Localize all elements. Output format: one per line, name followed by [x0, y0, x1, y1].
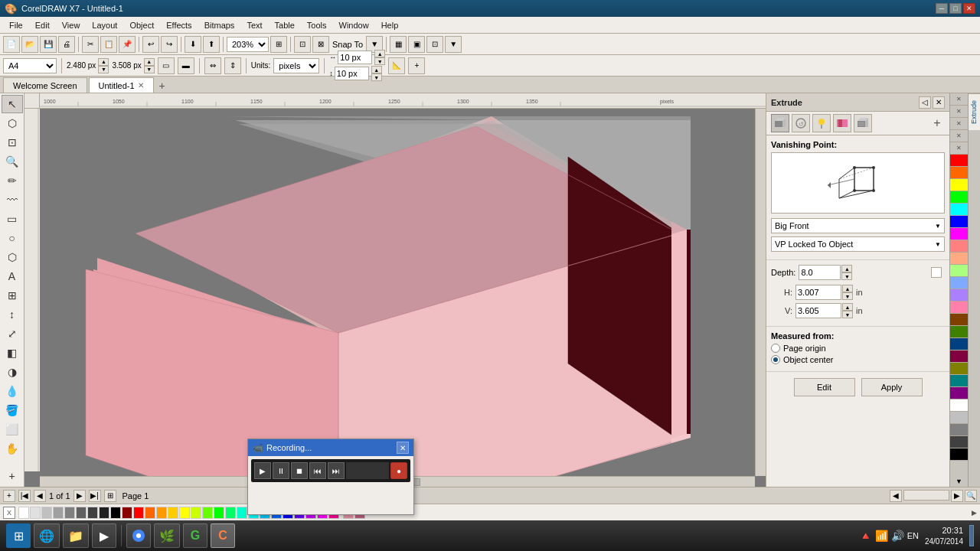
depth-up[interactable]: ▲ — [841, 265, 852, 272]
height-down[interactable]: ▼ — [144, 66, 155, 73]
color-cell-17[interactable] — [214, 507, 224, 519]
palette-black[interactable] — [950, 448, 968, 461]
drop-shadow-tool[interactable]: ◧ — [2, 344, 23, 362]
rec-timeline[interactable] — [346, 462, 389, 479]
view-btn3[interactable]: ⊡ — [426, 36, 443, 53]
color-cell-15[interactable] — [191, 507, 201, 519]
height-up[interactable]: ▲ — [144, 58, 155, 66]
palette-blue[interactable] — [950, 216, 968, 228]
page-nav-add[interactable]: + — [3, 490, 15, 502]
rectangle-tool[interactable]: ▭ — [2, 210, 23, 228]
rec-rewind-btn[interactable]: ⏮ — [309, 462, 326, 479]
zoom-out-btn[interactable]: 🔍 — [965, 490, 977, 502]
h-spinner[interactable]: ▲ ▼ — [842, 285, 853, 300]
show-desktop-btn[interactable] — [969, 525, 974, 546]
rec-play-btn[interactable]: ▶ — [254, 462, 271, 479]
chrome-button[interactable] — [126, 523, 151, 548]
palette-darkpurple[interactable] — [950, 350, 968, 363]
tab-close-icon[interactable]: ✕ — [138, 81, 144, 90]
height-spinner[interactable]: ▲ ▼ — [144, 58, 155, 73]
palette-lightgreen[interactable] — [950, 265, 968, 277]
color-cell-9[interactable] — [122, 507, 132, 519]
color-cell-18[interactable] — [225, 507, 236, 519]
palette-x-btn3[interactable]: ✕ — [950, 118, 968, 130]
width-spinner[interactable]: ▲ ▼ — [98, 58, 109, 73]
palette-x-btn5[interactable]: ✕ — [950, 142, 968, 155]
color-cell-11[interactable] — [145, 507, 155, 519]
open-button[interactable]: 📂 — [21, 36, 38, 53]
page-nav-next[interactable]: ▶ — [74, 490, 86, 502]
menu-object[interactable]: Object — [123, 19, 160, 31]
app-green-button[interactable]: 🌿 — [154, 523, 180, 548]
rec-pause-btn[interactable]: ⏸ — [273, 462, 289, 479]
color-cell-8[interactable] — [110, 507, 121, 519]
snap-y-input[interactable] — [335, 67, 369, 80]
extrude-tab[interactable]: Extrude — [969, 93, 980, 130]
palette-orange[interactable] — [950, 167, 968, 179]
tab-welcome[interactable]: Welcome Screen — [3, 77, 87, 93]
color-cell-6[interactable] — [87, 507, 98, 519]
color-bar-right-arrow[interactable]: ▶ — [969, 509, 980, 517]
scrollbar-right[interactable] — [755, 109, 766, 476]
text-tool[interactable]: A — [2, 267, 23, 285]
palette-lightred[interactable] — [950, 240, 968, 253]
palette-white[interactable] — [950, 399, 968, 412]
page-origin-radio[interactable] — [771, 344, 780, 353]
view-btn1[interactable]: ▦ — [390, 36, 407, 53]
palette-gray[interactable] — [950, 424, 968, 436]
palette-pink[interactable] — [950, 302, 968, 314]
palette-cyan[interactable] — [950, 204, 968, 216]
docker-pin-button[interactable]: ◁ — [919, 96, 931, 109]
tb-add-btn[interactable]: + — [408, 57, 425, 74]
snap-btn[interactable]: ⊡ — [294, 36, 311, 53]
page-scroll-thumb[interactable] — [903, 490, 949, 500]
extrude-tool-lighting[interactable] — [812, 114, 831, 132]
tb-extra-btn[interactable]: 📐 — [388, 57, 405, 74]
palette-purple[interactable] — [950, 387, 968, 399]
view-btn2[interactable]: ▣ — [408, 36, 425, 53]
docker-close-button[interactable]: ✕ — [933, 96, 945, 109]
menu-text[interactable]: Text — [240, 19, 268, 31]
menu-view[interactable]: View — [56, 19, 87, 31]
print-button[interactable]: 🖨 — [58, 36, 75, 53]
color-cell-13[interactable] — [168, 507, 178, 519]
h-down[interactable]: ▼ — [842, 292, 853, 300]
snap-y-up[interactable]: ▲ — [371, 66, 382, 73]
freehand-tool[interactable]: ✏ — [2, 171, 23, 190]
menu-help[interactable]: Help — [375, 19, 405, 31]
palette-darkgray[interactable] — [950, 436, 968, 448]
vp-preview[interactable] — [771, 152, 945, 214]
snap-x-down[interactable]: ▼ — [374, 57, 385, 65]
docker-add-button[interactable]: + — [929, 116, 945, 131]
page-scroll-left[interactable]: ◀ — [890, 490, 902, 502]
zoom-tool[interactable]: 🔍 — [2, 152, 23, 171]
smart-draw-tool[interactable]: 〰 — [2, 191, 23, 209]
rec-record-btn[interactable]: ● — [390, 462, 407, 479]
export-button[interactable]: ⬆ — [203, 36, 220, 53]
ie-button[interactable]: 🌐 — [34, 523, 60, 548]
tray-icon-1[interactable]: 🔺 — [859, 530, 872, 542]
apply-button[interactable]: Apply — [861, 378, 923, 396]
color-cell-1[interactable] — [30, 507, 41, 519]
palette-lightblue[interactable] — [950, 277, 968, 289]
palette-scroll-down[interactable]: ▼ — [950, 476, 968, 487]
color-cell-3[interactable] — [53, 507, 64, 519]
color-cell-14[interactable] — [179, 507, 190, 519]
color-cell-12[interactable] — [156, 507, 167, 519]
paste-button[interactable]: 📌 — [119, 36, 136, 53]
interactive-fill-tool[interactable]: 🪣 — [2, 401, 23, 419]
palette-magenta[interactable] — [950, 228, 968, 240]
page-nav-last[interactable]: ▶| — [89, 490, 101, 502]
menu-layout[interactable]: Layout — [86, 19, 123, 31]
width-down[interactable]: ▼ — [98, 66, 109, 73]
select-tool[interactable]: ↖ — [2, 95, 23, 113]
add-page-btn[interactable]: + — [2, 467, 23, 485]
tray-icon-lang[interactable]: EN — [907, 531, 919, 540]
coreldraw-c-button[interactable]: C — [211, 523, 235, 548]
parallel-dim-tool[interactable]: ↕ — [2, 305, 23, 324]
smart-fill-tool[interactable]: ⬜ — [2, 420, 23, 439]
units-select[interactable]: pixels inches mm — [273, 58, 319, 73]
color-eyedropper-tool[interactable]: 💧 — [2, 382, 23, 400]
page-nav-first[interactable]: |◀ — [18, 490, 31, 502]
crop-tool[interactable]: ⊡ — [2, 133, 23, 152]
